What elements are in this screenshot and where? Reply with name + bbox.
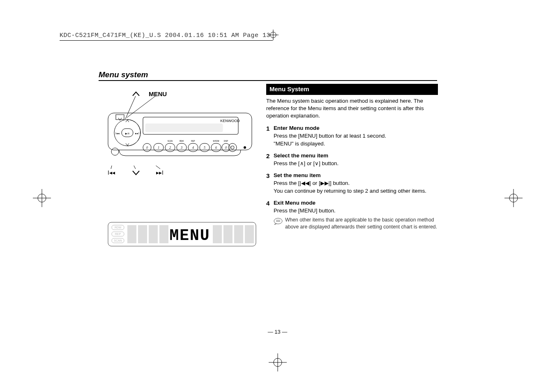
svg-text:0: 0 (146, 146, 148, 150)
registration-mark-left-icon (33, 189, 51, 207)
svg-rect-21 (116, 115, 124, 120)
step-number: 1 (266, 125, 274, 148)
svg-text:▸▸I: ▸▸I (135, 132, 139, 135)
svg-line-51 (127, 166, 136, 169)
svg-point-25 (231, 146, 234, 149)
svg-text:DISP: DISP (224, 140, 228, 142)
svg-rect-23 (145, 124, 223, 132)
svg-text:5: 5 (204, 146, 205, 150)
registration-mark-bottom-icon (269, 353, 287, 371)
car-stereo-face-icon: ▶/II I◂◂ ▸▸I KENWOOD 0 (108, 109, 252, 166)
svg-rect-61 (138, 225, 147, 243)
file-header-regmark-icon (268, 30, 279, 42)
svg-rect-63 (159, 225, 168, 243)
brand-label: KENWOOD (220, 119, 240, 123)
step-line: Press the [MENU] button. (274, 207, 438, 214)
step-number: 3 (266, 172, 274, 195)
step-3: 3 Set the menu item Press the [|◀◀] or [… (266, 172, 438, 195)
note-icon (274, 217, 283, 226)
svg-point-68 (274, 218, 282, 224)
svg-point-15 (111, 148, 119, 155)
svg-rect-66 (234, 225, 243, 243)
step-2: 2 Select the menu item Press the [∧] or … (266, 152, 438, 168)
svg-text:0: 0 (225, 146, 227, 150)
svg-text:SCAN: SCAN (114, 239, 122, 242)
svg-text:3: 3 (180, 146, 182, 150)
step-1: 1 Enter Menu mode Press the [MENU] butto… (266, 125, 438, 148)
svg-point-24 (228, 143, 237, 152)
step-line: You can continue by returning to step 2 … (274, 187, 438, 195)
step-4: 4 Exit Menu mode Press the [MENU] button… (266, 199, 438, 231)
step-number: 4 (266, 199, 274, 231)
svg-text:4: 4 (192, 146, 194, 150)
step-title: Set the menu item (274, 172, 438, 179)
step-line: Press the [∧] or [∨] button. (274, 160, 438, 167)
step-line: "MENU" is displayed. (274, 140, 438, 148)
svg-text:6: 6 (215, 146, 217, 150)
svg-text:SCAN: SCAN (168, 140, 173, 142)
instructions-heading: Menu System (266, 84, 438, 95)
svg-text:1: 1 (158, 146, 159, 150)
lcd-display-icon: RDM REP SCAN MENU (108, 222, 256, 247)
note-text: When other items that are applicable to … (285, 217, 438, 230)
page-number: — 13 — (0, 329, 555, 335)
svg-rect-67 (245, 225, 254, 243)
step-title: Enter Menu mode (274, 125, 438, 132)
svg-line-50 (111, 166, 115, 169)
step-title: Select the menu item (274, 152, 438, 159)
instructions-column: Menu System The Menu system basic operat… (266, 84, 438, 234)
section-title: Menu system (99, 70, 437, 81)
step-line: Press the [|◀◀] or [▶▶|] button. (274, 180, 438, 187)
svg-rect-60 (127, 225, 136, 243)
file-header: KDC-C521FM_C471FM_(KE)_U.S 2004.01.16 10… (60, 32, 273, 41)
svg-text:2: 2 (169, 146, 171, 150)
svg-text:▶/II: ▶/II (125, 132, 129, 135)
svg-text:I◂◂: I◂◂ (115, 132, 120, 135)
svg-rect-64 (213, 225, 222, 243)
step-number: 2 (266, 152, 274, 168)
lcd-text: MENU (169, 227, 210, 244)
svg-rect-65 (223, 225, 233, 243)
radio-diagram: MENU ▶/II (108, 90, 252, 182)
svg-text:REP: REP (191, 140, 195, 142)
svg-rect-62 (149, 225, 158, 243)
svg-line-52 (140, 166, 160, 169)
instructions-intro: The Menu system basic operation method i… (266, 97, 438, 120)
svg-point-47 (244, 146, 246, 149)
registration-mark-right-icon (504, 189, 523, 207)
svg-text:RDM: RDM (180, 140, 184, 142)
svg-text:M.RDM: M.RDM (213, 140, 219, 142)
step-line: Press the [MENU] button for at least 1 s… (274, 132, 438, 140)
bottom-leaders-icon (108, 166, 182, 174)
svg-text:REP: REP (115, 233, 121, 235)
step-title: Exit Menu mode (274, 199, 438, 207)
svg-text:RDM: RDM (115, 226, 121, 229)
